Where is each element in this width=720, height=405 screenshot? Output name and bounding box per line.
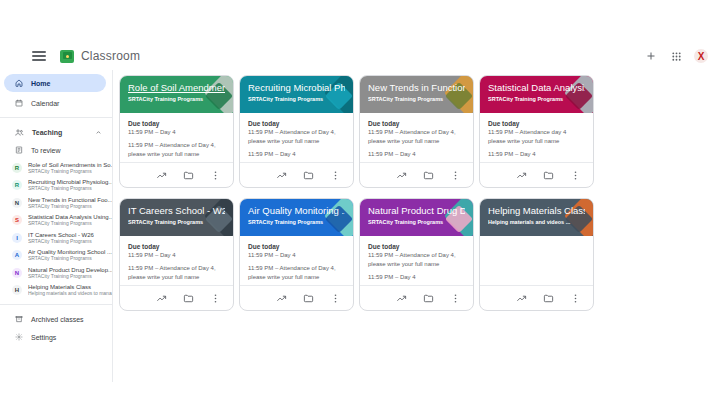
class-card-title[interactable]: Role of Soil Amendmen... xyxy=(128,82,225,93)
create-class-plus-icon[interactable] xyxy=(644,49,658,63)
gradebook-icon[interactable] xyxy=(276,293,287,304)
class-card-title[interactable]: Natural Product Drug D... xyxy=(368,205,465,216)
class-card-header[interactable]: Helping Materials Class Helping material… xyxy=(480,199,593,236)
gradebook-icon[interactable] xyxy=(396,170,407,181)
class-card-header[interactable]: IT Careers School - W26 SRTACity Trainin… xyxy=(120,199,233,236)
folder-icon[interactable] xyxy=(303,170,314,181)
class-card[interactable]: IT Careers School - W26 SRTACity Trainin… xyxy=(119,198,234,311)
class-subtitle: SRTACity Training Programs xyxy=(28,185,112,191)
class-card[interactable]: Statistical Data Analysi... SRTACity Tra… xyxy=(479,75,594,188)
assignment-line[interactable]: 11:59 PM – Day 4 xyxy=(248,251,345,260)
sidebar-class-item[interactable]: R Role of Soil Amendments in So...SRTACi… xyxy=(0,159,112,177)
sidebar-item-home[interactable]: Home xyxy=(4,74,106,92)
assignment-line[interactable]: 11:59 PM – Attendance day 4 please write… xyxy=(488,128,585,146)
folder-icon[interactable] xyxy=(423,293,434,304)
assignment-line[interactable]: 11:59 PM – Day 4 xyxy=(248,150,345,159)
class-card-section: Helping materials and videos ... xyxy=(488,219,585,225)
class-title: New Trends in Functional Foo... xyxy=(28,197,112,203)
class-card-header[interactable]: Recruiting Microbial Ph... SRTACity Trai… xyxy=(240,76,353,113)
class-card-section: SRTACity Training Programs xyxy=(368,96,465,102)
class-card[interactable]: Natural Product Drug D... SRTACity Train… xyxy=(359,198,474,311)
class-card-header[interactable]: Natural Product Drug D... SRTACity Train… xyxy=(360,199,473,236)
sidebar-class-item[interactable]: N Natural Product Drug Develop...SRTACit… xyxy=(0,264,112,282)
more-options-icon[interactable] xyxy=(210,170,221,181)
sidebar-item-archived-classes[interactable]: Archived classes xyxy=(0,310,112,328)
gradebook-icon[interactable] xyxy=(276,170,287,181)
main-menu-icon[interactable] xyxy=(32,49,46,63)
google-apps-grid-icon[interactable] xyxy=(669,49,683,63)
class-card-title[interactable]: Statistical Data Analysi... xyxy=(488,82,585,93)
class-card[interactable]: New Trends in Function... SRTACity Train… xyxy=(359,75,474,188)
sidebar-class-item[interactable]: A Air Quality Monitoring School ...SRTAC… xyxy=(0,247,112,265)
class-card-header[interactable]: Air Quality Monitoring ... SRTACity Trai… xyxy=(240,199,353,236)
sidebar-item-to-review[interactable]: To review xyxy=(0,141,112,159)
sidebar-item-label: Archived classes xyxy=(31,316,84,323)
assignment-line[interactable]: 11:59 PM – Attendance of Day 4, please w… xyxy=(128,264,225,282)
folder-icon[interactable] xyxy=(423,170,434,181)
folder-icon[interactable] xyxy=(303,293,314,304)
class-card-title[interactable]: Recruiting Microbial Ph... xyxy=(248,82,345,93)
assignment-line[interactable]: 11:59 PM – Day 4 xyxy=(368,150,465,159)
class-card-title[interactable]: Helping Materials Class xyxy=(488,205,585,216)
class-card[interactable]: Recruiting Microbial Ph... SRTACity Trai… xyxy=(239,75,354,188)
sidebar-class-item[interactable]: S Statistical Data Analysis Using...SRTA… xyxy=(0,212,112,230)
assignment-line[interactable]: 11:59 PM – Attendance of Day 4, please w… xyxy=(248,264,345,282)
due-label: Due today xyxy=(248,243,345,250)
class-card-header[interactable]: Statistical Data Analysi... SRTACity Tra… xyxy=(480,76,593,113)
class-card-footer xyxy=(240,162,353,187)
folder-icon[interactable] xyxy=(183,170,194,181)
due-label: Due today xyxy=(368,243,465,250)
class-card[interactable]: Role of Soil Amendmen... SRTACity Traini… xyxy=(119,75,234,188)
class-title: Natural Product Drug Develop... xyxy=(28,267,112,273)
class-card-header[interactable]: Role of Soil Amendmen... SRTACity Traini… xyxy=(120,76,233,113)
assignment-line[interactable]: 11:59 PM – Day 4 xyxy=(368,273,465,282)
class-card-title[interactable]: New Trends in Function... xyxy=(368,82,465,93)
class-card-section: SRTACity Training Programs xyxy=(368,219,465,225)
top-app-bar: Classroom X xyxy=(0,42,720,70)
more-options-icon[interactable] xyxy=(570,170,581,181)
sidebar-class-item[interactable]: H Helping Materials ClassHelping materia… xyxy=(0,282,112,300)
assignment-line[interactable]: 11:59 PM – Day 4 xyxy=(128,128,225,137)
profile-avatar[interactable]: X xyxy=(694,49,708,63)
sidebar-class-item[interactable]: R Recruiting Microbial Physiolog...SRTAC… xyxy=(0,177,112,195)
class-card-header[interactable]: New Trends in Function... SRTACity Train… xyxy=(360,76,473,113)
gradebook-icon[interactable] xyxy=(156,170,167,181)
more-options-icon[interactable] xyxy=(330,293,341,304)
class-card-footer xyxy=(120,162,233,187)
sidebar: Home Calendar Teaching To review xyxy=(0,70,113,382)
home-icon xyxy=(15,79,23,87)
gradebook-icon[interactable] xyxy=(516,293,527,304)
class-card-footer xyxy=(480,162,593,187)
gradebook-icon[interactable] xyxy=(396,293,407,304)
class-card-footer xyxy=(360,162,473,187)
class-card[interactable]: Air Quality Monitoring ... SRTACity Trai… xyxy=(239,198,354,311)
more-options-icon[interactable] xyxy=(210,293,221,304)
class-subtitle: SRTACity Training Programs xyxy=(28,203,112,209)
sidebar-class-item[interactable]: N New Trends in Functional Foo...SRTACit… xyxy=(0,194,112,212)
assignment-line[interactable]: 11:59 PM – Attendance of Day 4, please w… xyxy=(368,128,465,146)
more-options-icon[interactable] xyxy=(330,170,341,181)
assignment-line[interactable]: 11:59 PM – Attendance of Day 4, please w… xyxy=(248,128,345,146)
folder-icon[interactable] xyxy=(543,293,554,304)
gradebook-icon[interactable] xyxy=(156,293,167,304)
assignment-line[interactable]: 11:59 PM – Day 4 xyxy=(488,150,585,159)
sidebar-item-settings[interactable]: Settings xyxy=(0,328,112,346)
more-options-icon[interactable] xyxy=(570,293,581,304)
class-card-title[interactable]: IT Careers School - W26 xyxy=(128,205,225,216)
more-options-icon[interactable] xyxy=(450,293,461,304)
assignment-line[interactable]: 11:59 PM – Attendance of Day 4, please w… xyxy=(368,251,465,269)
folder-icon[interactable] xyxy=(543,170,554,181)
assignment-line[interactable]: 11:59 PM – Day 4 xyxy=(128,251,225,260)
class-card[interactable]: Helping Materials Class Helping material… xyxy=(479,198,594,311)
gradebook-icon[interactable] xyxy=(516,170,527,181)
folder-icon[interactable] xyxy=(183,293,194,304)
sidebar-class-item[interactable]: I IT Careers School - W26SRTACity Traini… xyxy=(0,229,112,247)
class-card-title[interactable]: Air Quality Monitoring ... xyxy=(248,205,345,216)
class-card-section: SRTACity Training Programs xyxy=(128,96,225,102)
assignment-line[interactable]: 11:59 PM – Attendance of Day 4, please w… xyxy=(128,141,225,159)
chevron-up-icon[interactable] xyxy=(95,129,102,136)
more-options-icon[interactable] xyxy=(450,170,461,181)
sidebar-section-teaching[interactable]: Teaching xyxy=(0,123,112,141)
sidebar-item-calendar[interactable]: Calendar xyxy=(0,94,112,112)
class-avatar: I xyxy=(12,233,22,243)
